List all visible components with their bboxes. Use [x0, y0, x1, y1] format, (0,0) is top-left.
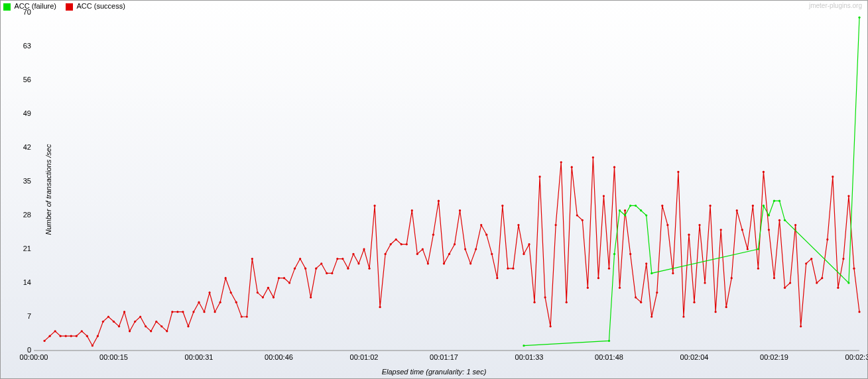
- data-point: [688, 234, 690, 236]
- data-point: [432, 234, 434, 236]
- data-point: [837, 287, 839, 289]
- data-point: [778, 200, 780, 202]
- data-point: [416, 253, 418, 255]
- data-point: [379, 306, 381, 308]
- data-point: [373, 205, 375, 207]
- data-point: [278, 277, 280, 279]
- data-point: [842, 258, 844, 260]
- data-point: [485, 234, 487, 236]
- data-point: [773, 277, 775, 279]
- data-point: [651, 315, 652, 317]
- x-tick: 00:02:35: [845, 353, 868, 361]
- data-point: [76, 335, 78, 337]
- data-point: [858, 311, 860, 313]
- data-point: [523, 345, 525, 347]
- data-point: [816, 282, 818, 284]
- data-point: [310, 296, 312, 298]
- data-point: [406, 243, 408, 245]
- data-point: [645, 214, 647, 216]
- data-point: [587, 287, 589, 289]
- data-point: [624, 214, 626, 216]
- data-point: [225, 277, 227, 279]
- legend-item-success[interactable]: ACC (success): [66, 2, 125, 11]
- series-line: [524, 17, 859, 345]
- data-point: [784, 287, 786, 289]
- data-point: [214, 311, 216, 313]
- data-point: [48, 335, 50, 337]
- data-point: [523, 253, 525, 255]
- data-point: [107, 315, 109, 317]
- data-point: [656, 292, 658, 294]
- data-point: [507, 268, 509, 270]
- data-point: [454, 243, 456, 245]
- data-point: [731, 277, 733, 279]
- data-point: [517, 224, 519, 226]
- data-point: [720, 229, 722, 231]
- data-point: [821, 277, 823, 279]
- data-point: [182, 311, 184, 313]
- chart-frame: ACC (failure) ACC (success) jmeter-plugi…: [0, 0, 868, 379]
- data-point: [677, 171, 679, 173]
- data-point: [608, 268, 610, 270]
- y-tick: 56: [1, 76, 31, 83]
- data-point: [480, 224, 482, 226]
- data-point: [267, 287, 269, 289]
- data-point: [491, 253, 493, 255]
- data-point: [672, 272, 674, 274]
- data-point: [682, 315, 684, 317]
- data-point: [533, 301, 535, 303]
- data-point: [566, 301, 568, 303]
- data-point: [619, 209, 621, 211]
- data-point: [288, 282, 290, 284]
- data-point: [320, 262, 322, 264]
- watermark: jmeter-plugins.org: [809, 2, 862, 9]
- data-point: [155, 321, 157, 323]
- y-tick: 42: [1, 143, 31, 151]
- data-point: [160, 325, 162, 327]
- data-point: [512, 268, 514, 270]
- data-point: [134, 321, 136, 323]
- data-point: [810, 258, 812, 260]
- data-point: [326, 272, 328, 274]
- data-point: [251, 258, 253, 260]
- chart-svg: [34, 13, 859, 351]
- x-tick: 00:00:31: [185, 353, 214, 361]
- data-point: [299, 258, 301, 260]
- data-point: [789, 282, 791, 284]
- data-point: [422, 248, 424, 250]
- data-point: [139, 315, 141, 317]
- data-point: [550, 325, 552, 327]
- data-point: [81, 330, 83, 332]
- data-point: [113, 321, 115, 323]
- data-point: [747, 248, 749, 250]
- x-tick: 00:02:19: [760, 353, 788, 361]
- data-point: [443, 262, 445, 264]
- data-point: [395, 239, 397, 241]
- data-point: [608, 340, 610, 342]
- data-point: [336, 258, 338, 260]
- data-point: [464, 248, 466, 250]
- data-point: [192, 311, 194, 313]
- x-tick: 00:01:33: [515, 353, 544, 361]
- data-point: [92, 345, 93, 347]
- data-point: [752, 205, 754, 207]
- data-point: [651, 272, 652, 274]
- data-point: [661, 205, 663, 207]
- data-point: [501, 205, 503, 207]
- x-tick: 00:00:46: [265, 353, 293, 361]
- data-point: [773, 200, 775, 202]
- data-point: [496, 277, 498, 279]
- data-point: [304, 268, 306, 270]
- data-point: [475, 248, 477, 250]
- data-point: [847, 195, 849, 197]
- data-point: [283, 277, 285, 279]
- y-tick: 63: [1, 42, 31, 50]
- data-point: [597, 277, 599, 279]
- data-point: [778, 219, 780, 221]
- data-point: [528, 243, 530, 245]
- data-point: [858, 17, 860, 19]
- data-point: [538, 176, 540, 178]
- data-point: [757, 268, 759, 270]
- data-point: [763, 171, 765, 173]
- data-point: [150, 330, 152, 332]
